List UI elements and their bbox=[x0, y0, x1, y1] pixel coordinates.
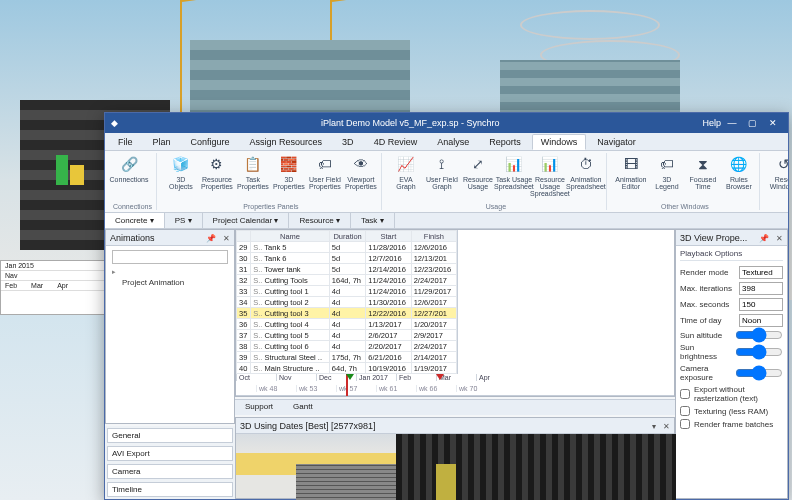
gantt-cell: 12/27/201 bbox=[411, 308, 456, 319]
ribbon-viewport-properties[interactable]: 👁Viewport Properties bbox=[345, 153, 377, 190]
gantt-cell: S.. Tank 6 bbox=[251, 253, 330, 264]
ribbon-eva-graph[interactable]: 📈EVA Graph bbox=[390, 153, 422, 190]
gantt-col-header[interactable] bbox=[237, 231, 251, 242]
gantt-cell: 64d, 7h bbox=[329, 363, 365, 374]
tab-support[interactable]: Support bbox=[235, 400, 283, 415]
ribbon-label: Resource Usage bbox=[462, 176, 494, 190]
chk-render-batches[interactable] bbox=[680, 419, 690, 429]
dropdown-icon[interactable]: ▾ bbox=[652, 422, 656, 431]
gantt-row[interactable]: 37S.. Cutting tool 54d2/6/20172/9/2017 bbox=[237, 330, 457, 341]
max-seconds-field[interactable] bbox=[739, 298, 783, 311]
gantt-cell: 12/6/2016 bbox=[411, 242, 456, 253]
gantt-row[interactable]: 29S.. Tank 55d11/28/201612/6/2016 bbox=[237, 242, 457, 253]
animation-spreadsheet-icon: ⏱ bbox=[575, 153, 597, 175]
ribbon-user-field-properties[interactable]: 🏷User Field Properties bbox=[309, 153, 341, 190]
chk-texturing-label: Texturing (less RAM) bbox=[694, 407, 783, 416]
ribbon-reset-windows[interactable]: ↺Reset Windows bbox=[768, 153, 788, 190]
pin-icon[interactable]: 📌 bbox=[759, 234, 769, 243]
resource-usage-spreadsheet-icon: 📊 bbox=[539, 153, 561, 175]
ribbon-resource-properties[interactable]: ⚙Resource Properties bbox=[201, 153, 233, 190]
close-icon[interactable]: ✕ bbox=[776, 234, 783, 243]
week-label: wk 66 bbox=[416, 385, 437, 392]
menu-analyse[interactable]: Analyse bbox=[428, 134, 478, 150]
ribbon-resource-usage-spreadsheet[interactable]: 📊Resource Usage Spreadsheet bbox=[534, 153, 566, 197]
ribbon-rules-browser[interactable]: 🌐Rules Browser bbox=[723, 153, 755, 190]
sun-brightness-slider[interactable] bbox=[735, 347, 783, 357]
time-of-day-field[interactable] bbox=[739, 314, 783, 327]
menu-reports[interactable]: Reports bbox=[480, 134, 530, 150]
menu-3d[interactable]: 3D bbox=[333, 134, 363, 150]
maximize-button[interactable]: ▢ bbox=[743, 118, 761, 128]
menu-plan[interactable]: Plan bbox=[144, 134, 180, 150]
gantt-row[interactable]: 35S.. Cutting tool 34d12/22/201612/27/20… bbox=[237, 308, 457, 319]
gantt-row[interactable]: 31S.. Tower tank5d12/14/201612/23/2016 bbox=[237, 264, 457, 275]
help-link[interactable]: Help bbox=[702, 118, 720, 128]
workspace-tab-task[interactable]: Task ▾ bbox=[351, 213, 395, 228]
max-iterations-field[interactable] bbox=[739, 282, 783, 295]
animation-root-node[interactable]: Project Animation bbox=[112, 276, 228, 289]
gantt-row[interactable]: 38S.. Cutting tool 64d2/20/20172/24/2017 bbox=[237, 341, 457, 352]
tab-camera[interactable]: Camera bbox=[107, 464, 233, 479]
window-title: iPlant Demo Model v5_MF_exp.sp - Synchro bbox=[118, 118, 702, 128]
workspace-tab-project-calendar[interactable]: Project Calendar ▾ bbox=[203, 213, 290, 228]
ribbon-group-label bbox=[768, 209, 788, 210]
workspace-tab-ps[interactable]: PS ▾ bbox=[165, 213, 203, 228]
ribbon-resource-usage[interactable]: ⤢Resource Usage bbox=[462, 153, 494, 190]
gantt-grid[interactable]: NameDurationStartFinish29S.. Tank 55d11/… bbox=[236, 230, 458, 374]
tab-timeline[interactable]: Timeline bbox=[107, 482, 233, 497]
workspace-tab-resource[interactable]: Resource ▾ bbox=[289, 213, 350, 228]
menu-windows[interactable]: Windows bbox=[532, 134, 587, 150]
animations-panel-header[interactable]: Animations 📌 ✕ bbox=[106, 230, 234, 246]
ribbon-animation-editor[interactable]: 🎞Animation Editor bbox=[615, 153, 647, 190]
view3d-header[interactable]: 3D Using Dates [Best] [2577x981] ▾ ✕ bbox=[236, 418, 674, 434]
view3d-canvas[interactable] bbox=[236, 434, 674, 498]
props3d-header[interactable]: 3D View Prope... 📌 ✕ bbox=[676, 230, 787, 246]
camera-exposure-slider[interactable] bbox=[735, 368, 783, 378]
menu-4d-review[interactable]: 4D Review bbox=[365, 134, 427, 150]
sun-altitude-slider[interactable] bbox=[735, 330, 783, 340]
gantt-row[interactable]: 32S.. Cutting Tools164d, 7h11/24/20162/2… bbox=[237, 275, 457, 286]
chk-texturing[interactable] bbox=[680, 406, 690, 416]
gantt-col-header[interactable]: Duration bbox=[329, 231, 365, 242]
ribbon-3d-objects[interactable]: 🧊3D Objects bbox=[165, 153, 197, 190]
ribbon-task-usage-spreadsheet[interactable]: 📊Task Usage Spreadsheet bbox=[498, 153, 530, 190]
gantt-row[interactable]: 36S.. Cutting tool 44d1/13/20171/20/2017 bbox=[237, 319, 457, 330]
titlebar[interactable]: ◆ iPlant Demo Model v5_MF_exp.sp - Synch… bbox=[105, 113, 788, 133]
chk-export-raster[interactable] bbox=[680, 389, 690, 399]
menu-navigator[interactable]: Navigator bbox=[588, 134, 645, 150]
workspace-tab-concrete[interactable]: Concrete ▾ bbox=[105, 213, 165, 228]
gantt-col-header[interactable]: Start bbox=[366, 231, 411, 242]
ribbon-3d-properties[interactable]: 🧱3D Properties bbox=[273, 153, 305, 190]
close-icon[interactable]: ✕ bbox=[223, 234, 230, 243]
gantt-row[interactable]: 34S.. Cutting tool 24d11/30/201612/6/201… bbox=[237, 297, 457, 308]
ribbon-3d-legend[interactable]: 🏷3D Legend bbox=[651, 153, 683, 190]
menu-file[interactable]: File bbox=[109, 134, 142, 150]
ribbon-task-properties[interactable]: 📋Task Properties bbox=[237, 153, 269, 190]
sun-altitude-label: Sun altitude bbox=[680, 331, 731, 340]
pin-icon[interactable]: 📌 bbox=[206, 234, 216, 243]
gantt-cell: S.. Cutting tool 5 bbox=[251, 330, 330, 341]
animations-tree[interactable]: ▸ Project Animation bbox=[106, 246, 234, 423]
tab-general[interactable]: General bbox=[107, 428, 233, 443]
close-icon[interactable]: ✕ bbox=[663, 422, 670, 431]
ribbon-user-field-graph[interactable]: ⟟User Field Graph bbox=[426, 153, 458, 190]
minimize-button[interactable]: — bbox=[723, 118, 741, 128]
gantt-row[interactable]: 39S.. Structural Steel ..175d, 7h6/21/20… bbox=[237, 352, 457, 363]
animations-search[interactable] bbox=[112, 250, 228, 264]
ribbon-connections[interactable]: 🔗Connections bbox=[113, 153, 145, 183]
gantt-row[interactable]: 33S.. Cutting tool 14d11/24/201611/29/20… bbox=[237, 286, 457, 297]
menu-assign-resources[interactable]: Assign Resources bbox=[241, 134, 332, 150]
menu-configure[interactable]: Configure bbox=[182, 134, 239, 150]
tab-avi-export[interactable]: AVI Export bbox=[107, 446, 233, 461]
tab-gantt[interactable]: Gantt bbox=[283, 400, 323, 415]
ribbon-focused-time[interactable]: ⧗Focused Time bbox=[687, 153, 719, 190]
gantt-col-header[interactable]: Finish bbox=[411, 231, 456, 242]
gantt-col-header[interactable]: Name bbox=[251, 231, 330, 242]
gantt-chart[interactable]: OctNovDecJan 2017FebMarAprwk 48wk 53wk 5… bbox=[236, 374, 674, 396]
render-mode-field[interactable] bbox=[739, 266, 783, 279]
gantt-row[interactable]: 30S.. Tank 65d12/7/201612/13/201 bbox=[237, 253, 457, 264]
ribbon-animation-spreadsheet[interactable]: ⏱Animation Spreadsheet bbox=[570, 153, 602, 190]
close-button[interactable]: ✕ bbox=[764, 118, 782, 128]
gantt-row[interactable]: 40S.. Main Structure ..64d, 7h10/19/2016… bbox=[237, 363, 457, 374]
ribbon-label: Rules Browser bbox=[723, 176, 755, 190]
